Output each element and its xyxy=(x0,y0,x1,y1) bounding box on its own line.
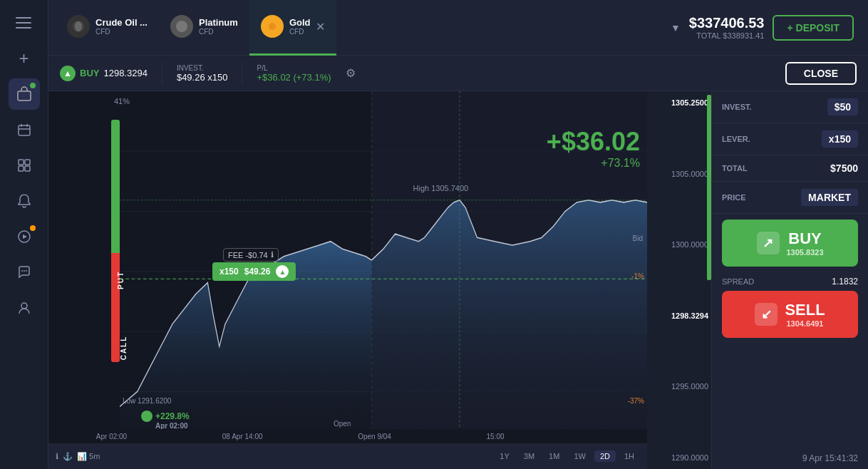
price-1298-33: 1298.3294 xyxy=(650,311,708,320)
fee-info-icon: ℹ xyxy=(271,250,274,259)
calendar-icon[interactable] xyxy=(9,114,40,145)
svg-rect-1 xyxy=(19,125,30,135)
tradebar: ▲ BUY 1298.3294 INVEST. $49.26 x150 P/L … xyxy=(48,56,868,91)
buy-label: BUY xyxy=(788,230,821,248)
time-apr14: 08 Apr 14:00 xyxy=(222,433,263,440)
tf-1w[interactable]: 1W xyxy=(568,450,591,462)
pct-neg1-label: -1% xyxy=(631,272,644,280)
balance-sub: TOTAL $338931.41 xyxy=(696,31,764,40)
price-scale-bar xyxy=(707,95,711,280)
panel-datetime: 9 Apr 15:41:32 xyxy=(712,448,868,469)
menu-icon[interactable] xyxy=(9,7,40,38)
lever-row: LEVER. x150 xyxy=(712,123,868,155)
sell-button[interactable]: ↙ SELL 1304.6491 xyxy=(722,291,858,338)
lever-value[interactable]: x150 xyxy=(822,130,858,148)
tf-1y[interactable]: 1Y xyxy=(494,450,515,462)
tab-gold-close[interactable]: ✕ xyxy=(316,20,325,34)
hamburger-menu[interactable] xyxy=(11,10,37,36)
play-icon[interactable] xyxy=(9,221,40,252)
crude-oil-type: CFD xyxy=(95,28,148,36)
tf-3m[interactable]: 3M xyxy=(518,450,540,462)
put-call-bar xyxy=(111,120,120,362)
invest-panel-value[interactable]: $50 xyxy=(827,98,858,115)
close-trade-button[interactable]: CLOSE xyxy=(785,62,857,85)
add-icon[interactable]: + xyxy=(9,43,40,74)
chat-icon[interactable] xyxy=(9,257,40,288)
lever-label: LEVER. xyxy=(722,135,750,143)
tf-1h[interactable]: 1H xyxy=(619,450,640,462)
svg-point-13 xyxy=(176,21,187,32)
tf-1m[interactable]: 1M xyxy=(543,450,565,462)
platinum-type: CFD xyxy=(199,28,238,36)
svg-rect-2 xyxy=(19,160,24,165)
pnl-label: P/L xyxy=(257,64,331,72)
time-apr02: Apr 02:00 xyxy=(96,433,127,440)
settings-icon[interactable]: ⚙ xyxy=(346,66,356,80)
time-labels: Apr 02:00 08 Apr 14:00 Open 9/04 15:00 xyxy=(48,429,647,443)
total-row: TOTAL $7500 xyxy=(712,155,868,182)
play-dot xyxy=(30,225,36,231)
chart-bottom: ℹ ⚓ 📊 5m 1Y 3M 1M 1W 2D 1H xyxy=(48,443,647,469)
tab-gold[interactable]: Gold CFD ✕ xyxy=(249,0,337,56)
search-person-icon[interactable] xyxy=(9,292,40,324)
spread-row: SPREAD 1.1832 xyxy=(712,272,868,291)
direction-arrow-icon: ▲ xyxy=(60,66,76,81)
sell-btn-inner: SELL 1304.6491 xyxy=(785,301,825,328)
chart-pnl: +$36.02 +73.1% xyxy=(547,127,640,170)
pnl-pct: +73.1% xyxy=(547,157,640,170)
price-label: PRICE xyxy=(722,193,746,202)
svg-point-10 xyxy=(21,303,27,309)
tab-crude-oil[interactable]: Crude Oil ... CFD xyxy=(56,0,159,56)
sell-label: SELL xyxy=(785,301,825,319)
platinum-icon xyxy=(170,15,193,38)
chart-type-icon[interactable]: 📊 5m xyxy=(77,452,100,461)
balance-info: $337406.53 TOTAL $338931.41 xyxy=(689,15,765,40)
buy-button[interactable]: ↗ BUY 1305.8323 xyxy=(722,220,858,267)
gold-name: Gold xyxy=(289,17,311,28)
topbar: Crude Oil ... CFD Platinum CFD xyxy=(48,0,868,56)
time-open: Open 9/04 xyxy=(358,433,391,440)
info-icon[interactable]: ℹ xyxy=(56,452,58,461)
sell-price: 1304.6491 xyxy=(786,319,823,328)
direction-price: 1298.3294 xyxy=(103,68,147,78)
tf-2d[interactable]: 2D xyxy=(594,450,616,462)
buy-price: 1305.8323 xyxy=(787,248,824,257)
invest-label: INVEST. xyxy=(177,64,228,72)
topbar-left: Crude Oil ... CFD Platinum CFD xyxy=(56,0,336,56)
invest-row: INVEST. $50 xyxy=(712,91,868,123)
invest-item: INVEST. $49.26 x150 xyxy=(177,64,228,83)
main-area: Crude Oil ... CFD Platinum CFD xyxy=(48,0,868,469)
crude-oil-icon xyxy=(67,15,90,38)
tab-platinum-text: Platinum CFD xyxy=(199,17,238,36)
fee-text: FEE -$0.74 xyxy=(228,251,268,259)
price-1295-0: 1295.0000 xyxy=(650,382,708,391)
grid-icon[interactable] xyxy=(9,150,40,181)
trade-direction: ▲ BUY 1298.3294 xyxy=(60,66,148,81)
topbar-right: ▼ $337406.53 TOTAL $338931.41 + DEPOSIT xyxy=(671,15,861,41)
invest-panel-label: INVEST. xyxy=(722,103,752,111)
chart-main[interactable]: 41% PUT CALL xyxy=(48,91,711,469)
svg-rect-3 xyxy=(25,160,30,165)
spread-label: SPREAD xyxy=(722,277,754,286)
svg-point-9 xyxy=(26,270,27,272)
open-label: Open xyxy=(334,420,351,428)
chart-area: 41% PUT CALL xyxy=(48,91,868,469)
deposit-button[interactable]: + DEPOSIT xyxy=(773,15,854,41)
tab-platinum[interactable]: Platinum CFD xyxy=(159,0,249,56)
crude-oil-name: Crude Oil ... xyxy=(95,17,148,28)
price-1305-25: 1305.2500 xyxy=(650,98,708,107)
portfolio-icon[interactable] xyxy=(9,78,40,110)
alert-icon[interactable] xyxy=(9,185,40,217)
add-symbol: + xyxy=(19,48,29,68)
pct-pos230-label: ▲ +229.8% Apr 02:00 xyxy=(141,411,190,430)
price-value[interactable]: MARKET xyxy=(801,189,858,206)
high-label: High 1305.7400 xyxy=(413,184,469,192)
active-dot xyxy=(30,83,36,88)
anchor-icon[interactable]: ⚓ xyxy=(63,452,73,461)
gold-type: CFD xyxy=(289,28,311,36)
pos-multiplier: x150 xyxy=(219,267,239,277)
bid-label: Bid xyxy=(633,234,643,242)
price-row: PRICE MARKET xyxy=(712,182,868,214)
price-1300-0: 1300.0000 xyxy=(650,240,708,249)
fee-badge: FEE -$0.74 ℹ xyxy=(223,248,279,262)
